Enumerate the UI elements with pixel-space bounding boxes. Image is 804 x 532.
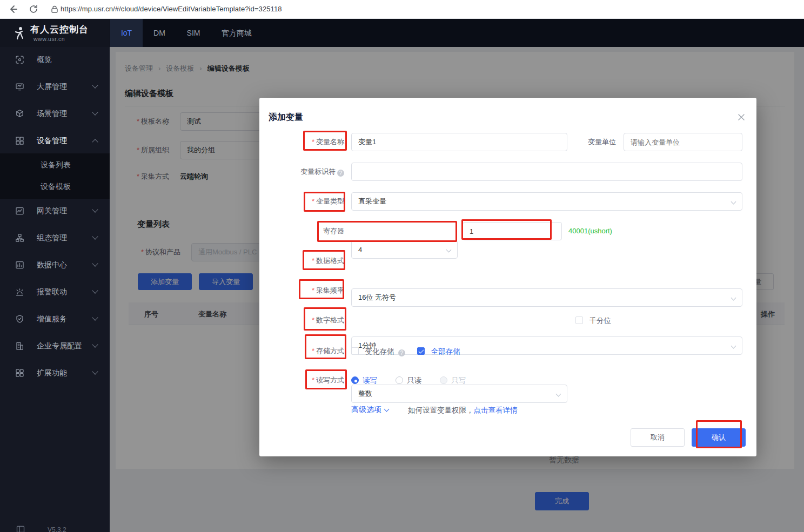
url-bar[interactable]: https://mp.usr.cn/#/cloud/device/ViewEdi…	[61, 5, 282, 13]
variable-identifier-label: 变量标识符?	[259, 167, 344, 177]
back-arrow-icon[interactable]	[8, 4, 18, 15]
change-storage-label: 变化存储	[365, 347, 394, 355]
thousands-checkbox[interactable]	[575, 316, 583, 324]
logo[interactable]: 有人云控制台 www.usr.cn	[0, 19, 110, 47]
sidebar-item-label: 组态管理	[37, 233, 67, 243]
chevron-down-icon	[556, 392, 561, 397]
cancel-button[interactable]: 取消	[631, 428, 685, 447]
scada-icon	[15, 233, 24, 243]
nav-tab-official-mall[interactable]: 官方商城	[213, 19, 260, 47]
sidebar-item-label: 场景管理	[37, 109, 67, 119]
sidebar-item-enterprise-config[interactable]: 企业专属配置	[0, 335, 110, 357]
radio-icon[interactable]	[351, 376, 359, 384]
enterprise-icon	[15, 341, 24, 351]
sidebar: 概览大屏管理场景管理设备管理设备列表设备模板网关管理组态管理数据中心报警联动增值…	[0, 47, 110, 532]
confirm-button[interactable]: 确认	[692, 428, 746, 447]
sidebar-item-label: 大屏管理	[37, 82, 67, 92]
sidebar-item-bigscreen-mgmt[interactable]: 大屏管理	[0, 76, 110, 98]
nav-tab-dm[interactable]: DM	[145, 19, 174, 47]
storage-mode-label: *存储方式	[259, 346, 344, 356]
alarm-icon	[15, 287, 24, 297]
rw-option-1[interactable]: 只读	[396, 375, 421, 385]
chevron-down-icon	[92, 341, 98, 347]
radio-icon[interactable]	[396, 376, 403, 384]
thousands-option: 千分位	[575, 315, 611, 326]
variable-unit-input[interactable]	[624, 133, 742, 151]
variable-type-select[interactable]: 直采变量	[351, 192, 742, 211]
datacenter-icon	[15, 260, 24, 270]
vas-icon	[15, 314, 24, 324]
sidebar-subitem-label: 设备模板	[41, 182, 71, 192]
sidebar-item-data-center[interactable]: 数据中心	[0, 254, 110, 276]
add-variable-modal: 添加变量 *变量名称 变量单位 变量标识符? *变量类型 直采变量 寄存器 4 …	[259, 98, 756, 456]
rw-option-label: 只读	[407, 376, 421, 385]
sidebar-item-overview[interactable]: 概览	[0, 49, 110, 71]
chevron-down-icon	[92, 260, 98, 266]
gateway-icon	[15, 206, 24, 216]
advanced-options-link[interactable]: 高级选项	[351, 405, 388, 415]
rw-option-2[interactable]: 只写	[440, 375, 466, 385]
sidebar-item-gateway-mgmt[interactable]: 网关管理	[0, 200, 110, 222]
number-format-select[interactable]: 整数	[351, 385, 567, 403]
thousands-label: 千分位	[589, 316, 611, 325]
help-icon[interactable]: ?	[398, 349, 405, 356]
collapse-menu-icon[interactable]	[16, 525, 25, 532]
variable-unit-label: 变量单位	[531, 137, 616, 147]
sidebar-item-scada-mgmt[interactable]: 组态管理	[0, 227, 110, 249]
variable-identifier-input[interactable]	[351, 163, 742, 181]
chevron-down-icon	[92, 109, 98, 115]
refresh-icon[interactable]	[28, 4, 39, 15]
radio-icon[interactable]	[440, 376, 447, 384]
number-format-label: *数字格式	[259, 315, 344, 325]
sidebar-item-label: 企业专属配置	[37, 341, 82, 351]
lock-icon[interactable]	[50, 4, 61, 15]
device-mgmt-submenu: 设备列表设备模板	[0, 153, 110, 199]
sidebar-subitem-device-list[interactable]: 设备列表	[0, 154, 110, 176]
help-icon[interactable]: ?	[337, 170, 344, 177]
close-icon[interactable]	[737, 113, 746, 122]
browser-bar: https://mp.usr.cn/#/cloud/device/ViewEdi…	[0, 0, 804, 19]
change-storage-checkbox[interactable]	[351, 347, 359, 355]
chevron-down-icon	[92, 287, 98, 293]
storage-options: 变化存储 ? 全部存储	[351, 346, 460, 356]
scene-icon	[15, 109, 24, 118]
sidebar-item-label: 数据中心	[37, 260, 67, 270]
chevron-down-icon	[731, 295, 736, 301]
register-address-input[interactable]	[463, 222, 562, 240]
rw-option-0[interactable]: 读写	[351, 375, 377, 385]
variable-name-label: *变量名称	[259, 137, 344, 147]
sidebar-item-extended-functions[interactable]: 扩展功能	[0, 362, 110, 384]
chevron-down-icon	[384, 407, 390, 412]
data-format-select[interactable]: 16位 无符号	[351, 288, 742, 307]
nav-tab-sim[interactable]: SIM	[178, 19, 209, 47]
permission-detail-link[interactable]: 点击查看详情	[474, 406, 518, 414]
chevron-down-icon	[92, 314, 98, 320]
collect-frequency-label: *采集频率	[259, 286, 344, 295]
modal-title: 添加变量	[269, 112, 303, 123]
sidebar-item-device-mgmt[interactable]: 设备管理	[0, 130, 110, 152]
permission-hint: 如何设置变量权限，点击查看详情	[408, 406, 518, 415]
top-nav: 有人云控制台 www.usr.cn IoTDMSIM官方商城	[0, 19, 804, 47]
sidebar-item-label: 网关管理	[37, 206, 67, 216]
sidebar-item-scene-mgmt[interactable]: 场景管理	[0, 103, 110, 125]
chevron-down-icon	[92, 233, 98, 239]
data-format-label: *数据格式	[259, 256, 344, 266]
sidebar-item-label: 增值服务	[37, 314, 67, 324]
nav-tab-iot[interactable]: IoT	[110, 19, 143, 47]
device-icon	[15, 136, 24, 145]
variable-type-label: *变量类型	[259, 197, 344, 206]
sidebar-subitem-device-template[interactable]: 设备模板	[0, 176, 110, 198]
chevron-down-icon	[92, 368, 98, 374]
chevron-up-icon	[92, 139, 98, 145]
register-hint: 40001(ushort)	[568, 227, 612, 235]
sidebar-item-label: 设备管理	[37, 136, 67, 146]
chevron-down-icon	[92, 206, 98, 212]
register-select[interactable]: 4	[351, 240, 458, 259]
sidebar-item-label: 扩展功能	[37, 368, 67, 378]
rw-option-label: 只写	[451, 376, 466, 385]
sidebar-item-alarm-linkage[interactable]: 报警联动	[0, 281, 110, 303]
all-storage-checkbox[interactable]	[417, 347, 425, 355]
usr-person-logo-icon	[12, 25, 27, 41]
sidebar-item-value-added-services[interactable]: 增值服务	[0, 308, 110, 330]
chevron-down-icon	[446, 247, 452, 253]
